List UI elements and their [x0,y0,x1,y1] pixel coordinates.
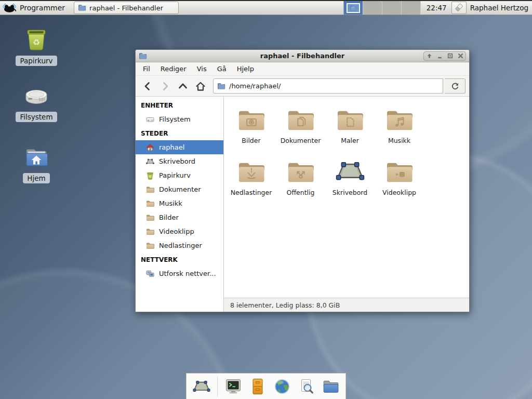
dock-launcher-file-cabinet[interactable] [249,378,267,395]
file-item-dokumenter[interactable]: Dokumenter [276,101,325,153]
file-search-icon [298,378,315,395]
desktop-small-icon [146,157,154,166]
desktop-icon-label: Hjem [23,173,49,183]
file-item-bilder[interactable]: Bilder [227,101,276,153]
window-controls [423,51,466,61]
sidebar-item-label: Papirkurv [159,171,191,179]
terminal-icon [224,378,242,395]
session-user-name[interactable]: Raphael Hertzog [470,4,528,12]
menu-gå[interactable]: Gå [212,63,232,75]
statusbar: 8 ielementer, Ledig plass: 8,0 GiB [224,298,469,312]
window-folder-icon [139,52,147,60]
menu-rediger[interactable]: Rediger [155,63,192,75]
file-item-skrivebord[interactable]: Skrivebord [325,153,375,205]
sidebar-item-musikk[interactable]: Musikk [136,196,223,210]
menu-hjelp[interactable]: Hjelp [232,63,259,75]
path-value: /home/raphael/ [229,82,281,90]
sidebar-item-label: Videoklipp [159,228,194,235]
svg-text:♻: ♻ [33,37,40,47]
folder-videos-icon [385,159,414,184]
sidebar-item-label: raphael [159,143,184,151]
clock[interactable]: 22:47 [427,4,447,12]
menu-fil[interactable]: Fil [138,63,155,75]
sidebar-item-raphael[interactable]: raphael [136,140,223,154]
top-panel: Programmer raphael - Filbehandler 22:47 … [0,0,532,15]
desktop[interactable]: ♻PapirkurvFilsystemHjem raphael - Filbeh… [0,0,532,399]
dock-launcher-file-search[interactable] [298,378,315,395]
session-menu-button[interactable] [451,2,467,14]
taskbar-folder-icon [78,4,86,12]
file-item-musikk[interactable]: Musikk [375,101,424,153]
sidebar-item-dokumenter[interactable]: Dokumenter [136,182,223,196]
sidebar-item-label: Dokumenter [159,185,201,193]
sidebar-item-label: Nedlastinger [159,242,202,249]
sidebar-item-filsystem[interactable]: Filsystem [136,112,223,126]
path-entry[interactable]: /home/raphael/ [213,78,443,94]
window-body: ENHETERFilsystemSTEDERraphaelSkrivebord♻… [136,97,469,312]
folder-public-icon [286,159,315,184]
back-button[interactable] [139,78,155,94]
desktop-icon-filsystem[interactable]: Filsystem [11,83,61,122]
sidebar-item-papirkurv[interactable]: ♻Papirkurv [136,168,223,182]
sidebar-item-label: Utforsk nettver... [159,270,216,277]
files-grid[interactable]: Bilder Dokumenter Maler Musikk Nedlastin… [224,97,469,298]
workspace-3[interactable] [382,1,402,15]
menubar: FilRedigerVisGåHjelp [136,62,469,76]
sidebar-item-label: Bilder [159,214,179,221]
forward-button[interactable] [157,78,173,94]
file-item-maler[interactable]: Maler [325,101,375,153]
folder-downloads-icon [237,159,266,184]
workspace-2[interactable] [363,1,382,15]
dock-launcher-show-desktop[interactable] [193,378,210,395]
sidebar-item-nedlastinger[interactable]: Nedlastinger [136,238,223,252]
up-button[interactable] [175,78,191,94]
toolbar: /home/raphael/ [136,76,469,97]
folder-pictures-icon [237,107,266,132]
web-browser-icon [273,378,291,395]
taskbar-window-button[interactable]: raphael - Filbehandler [74,2,179,14]
folder-templates-icon [336,107,365,132]
desktop-icon-label: Filsystem [16,112,57,122]
home-button[interactable] [192,78,208,94]
drive-large-icon [24,83,49,108]
dock-launcher-folder-gray[interactable] [322,378,340,395]
desktop-trapezoid-icon [336,159,365,184]
desktop-icon-hjem[interactable]: Hjem [11,144,61,183]
trash-small-icon: ♻ [146,171,154,180]
workspace-1[interactable] [344,1,363,15]
svg-text:♻: ♻ [149,175,152,178]
folder-blue-icon [350,5,356,11]
window-titlebar[interactable]: raphael - Filbehandler [136,50,469,62]
network-small-icon [146,270,154,278]
home-folder-large-icon [24,144,49,169]
close-button[interactable] [455,52,466,60]
desktop-icon-papirkurv[interactable]: ♻Papirkurv [11,27,61,66]
file-item-offentlig[interactable]: Offentlig [276,153,325,205]
file-item-videoklipp[interactable]: Videoklipp [375,153,424,205]
reload-button[interactable] [445,78,466,94]
menu-vis[interactable]: Vis [192,63,212,75]
shade-button[interactable] [424,52,434,60]
applications-menu-button[interactable]: Programmer [0,1,69,15]
file-cabinet-icon [249,378,267,395]
sidebar-item-utforsk-nettver[interactable]: Utforsk nettver... [136,267,223,281]
sidebar-item-videoklipp[interactable]: Videoklipp [136,224,223,238]
file-item-nedlastinger[interactable]: Nedlastinger [227,153,276,205]
dock-separator [217,377,218,396]
desktop-icon-label: Papirkurv [16,56,57,66]
workspace-4[interactable] [402,1,421,15]
maximize-button[interactable] [445,52,455,60]
dock-launcher-terminal[interactable] [224,378,242,395]
sidebar-item-skrivebord[interactable]: Skrivebord [136,154,223,168]
sidebar-item-bilder[interactable]: Bilder [136,210,223,224]
minimize-button[interactable] [434,52,445,60]
sidebar-header-steder: STEDER [136,126,223,140]
files-pane: Bilder Dokumenter Maler Musikk Nedlastin… [224,97,469,312]
sidebar-item-label: Filsystem [159,115,191,123]
dock-launcher-web-browser[interactable] [273,378,291,395]
workspace-switcher [343,1,421,15]
file-item-label: Musikk [388,137,410,144]
show-desktop-icon [193,378,210,395]
file-manager-window: raphael - Filbehandler FilRedigerVisGåHj… [135,49,470,312]
file-item-label: Offentlig [287,189,315,196]
